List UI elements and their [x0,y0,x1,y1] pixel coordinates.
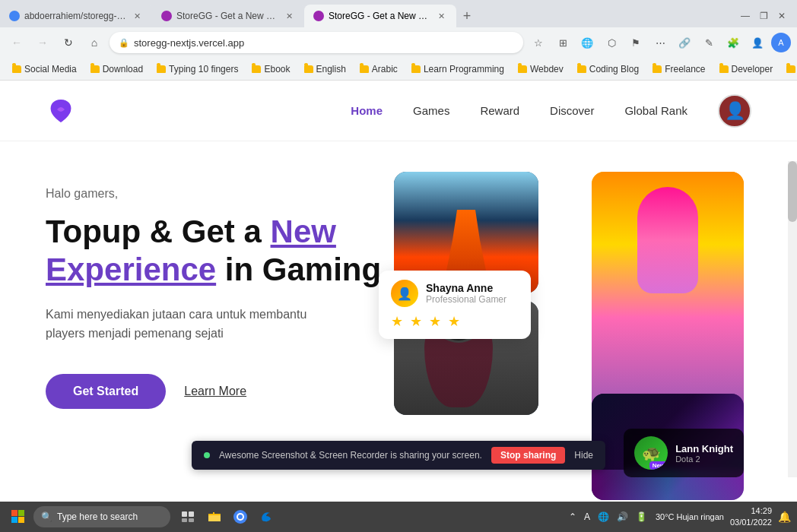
screen-share-message: Awesome Screenshot & Screen Recorder is … [219,450,482,461]
review-avatar: 👤 [391,280,418,307]
edge-icon[interactable]: 🌐 [576,32,598,53]
extensions-icon[interactable]: 🧩 [722,32,744,53]
hero-title-highlight1: New [271,214,336,249]
tab-2-close[interactable]: ✕ [283,10,295,22]
svg-rect-3 [18,517,24,523]
address-input[interactable]: 🔒 storegg-nextjs.vercel.app [110,32,523,53]
bookmark-typing[interactable]: Typing 10 fingers [151,62,244,76]
bookmark-english[interactable]: English [298,62,352,76]
clock-time: 14:29 [730,505,772,517]
close-button[interactable]: ✕ [776,10,788,22]
windows-logo-icon [11,510,25,524]
hero-buttons: Get Started Learn More [46,374,386,409]
hero-title: Topup & Get a New Experience in Gaming [46,213,386,290]
settings-icon[interactable]: ⋯ [649,32,671,53]
language-icon[interactable]: A [582,510,592,524]
battery-icon[interactable]: 🔋 [633,510,649,524]
file-explorer-button[interactable] [202,505,227,529]
scrollbar-thumb[interactable] [788,161,797,222]
task-view-button[interactable] [176,505,201,529]
maximize-button[interactable]: ❐ [757,10,770,22]
hero-title-part3: in Gaming [216,252,381,287]
learn-more-button[interactable]: Learn More [184,385,246,398]
folder-icon [157,65,166,73]
tab-3[interactable]: StoreGG - Get a New Experience... ✕ [304,5,456,27]
feedback-icon[interactable]: ⚑ [625,32,646,53]
refresh-button[interactable]: ↻ [58,32,79,53]
folder-icon [304,65,313,73]
profile-icon[interactable]: 👤 [747,32,768,53]
bookmark-freelance[interactable]: Freelance [646,62,711,76]
tab-2[interactable]: StoreGG - Get a New Experience... ✕ [152,5,304,27]
nav-reward[interactable]: Reward [480,104,519,117]
svg-rect-6 [182,518,187,522]
review-name: Shayna Anne [426,282,506,294]
game-card-2[interactable] [592,172,744,415]
edge-taskbar-button[interactable] [254,505,278,529]
svg-rect-0 [11,510,17,516]
folder-icon [12,65,21,73]
notes-icon[interactable]: ✎ [698,32,719,53]
chrome-button[interactable] [228,505,252,529]
user-avatar[interactable]: 👤 [718,94,751,128]
nav-games[interactable]: Games [413,104,449,117]
card2-character [637,187,698,293]
nav-home[interactable]: Home [351,104,383,117]
bookmark-arabic[interactable]: Arabic [354,62,404,76]
toolbar-icons: ☆ ⊞ 🌐 ⬡ ⚑ ⋯ 🔗 ✎ 🧩 👤 A [528,32,791,53]
review-role: Professional Gamer [426,294,506,305]
website-content: Home Games Reward Discover Global Rank 👤… [0,81,797,508]
user-profile-button[interactable]: A [771,33,791,52]
taskbar-search[interactable]: 🔍 Type here to search [33,506,170,527]
home-button[interactable]: ⌂ [84,32,105,53]
taskbar-right: ⌃ A 🌐 🔊 🔋 30°C Hujan ringan 14:29 03/01/… [567,505,791,529]
site-nav: Home Games Reward Discover Global Rank 👤 [0,81,797,141]
bookmark-ebook[interactable]: Ebook [246,62,296,76]
hero-title-highlight2: Experience [46,252,216,287]
bookmark-download[interactable]: Download [84,62,149,76]
bookmark-developer[interactable]: Developer [713,62,780,76]
nav-global-rank[interactable]: Global Rank [624,104,687,117]
scrollbar-track[interactable] [788,161,797,477]
tab-1[interactable]: abdoerrahiem/storegg-nextjs ✕ [0,5,152,27]
bookmark-webdev[interactable]: Webdev [512,62,570,76]
tab-1-title: abdoerrahiem/storegg-nextjs [24,11,126,21]
bookmark-download-lists[interactable]: Download Lists [780,62,797,76]
get-started-button[interactable]: Get Started [46,374,166,409]
review-card: 👤 Shayna Anne Professional Gamer ★ ★ ★ ★ [379,271,531,339]
taskbar-datetime[interactable]: 14:29 03/01/2022 [730,505,772,529]
tab-1-close[interactable]: ✕ [131,10,143,22]
back-button[interactable]: ← [6,32,27,53]
collections-icon[interactable]: ⬡ [601,32,622,53]
tab-3-close[interactable]: ✕ [435,10,447,22]
site-logo[interactable] [46,96,76,126]
folder-icon [653,65,662,73]
volume-icon[interactable]: 🔊 [614,510,630,524]
bookmark-coding-blog[interactable]: Coding Blog [571,62,645,76]
up-chevron-icon[interactable]: ⌃ [567,510,579,524]
notification-icon[interactable]: 🔔 [778,511,791,523]
network-icon[interactable]: 🌐 [595,510,611,524]
clock-date: 03/01/2022 [730,517,772,528]
nav-discover[interactable]: Discover [550,104,594,117]
hero-description: Kami menyediakan jutaan cara untuk memba… [46,305,335,344]
bookmark-social-media[interactable]: Social Media [6,62,83,76]
tab-2-favicon [161,11,172,21]
svg-rect-5 [189,511,194,517]
new-tab-button[interactable]: + [456,5,478,27]
hide-button[interactable]: Hide [574,450,593,461]
bookmark-learn-programming[interactable]: Learn Programming [405,62,510,76]
review-stars: ★ ★ ★ ★ [391,313,519,330]
forward-button[interactable]: → [32,32,53,53]
share-icon[interactable]: 🔗 [674,32,695,53]
extension-puzzle-icon[interactable]: ⊞ [552,32,573,53]
taskbar-search-text: Type here to search [57,511,138,522]
lann-card: 🐢 New Lann Knight Dota 2 [624,429,744,477]
browser-chrome: abdoerrahiem/storegg-nextjs ✕ StoreGG - … [0,0,797,81]
svg-rect-4 [182,511,187,517]
new-badge: New [649,461,668,470]
minimize-button[interactable]: — [739,10,751,22]
bookmark-star-icon[interactable]: ☆ [528,32,549,53]
start-button[interactable] [6,505,30,529]
stop-sharing-button[interactable]: Stop sharing [491,447,565,464]
